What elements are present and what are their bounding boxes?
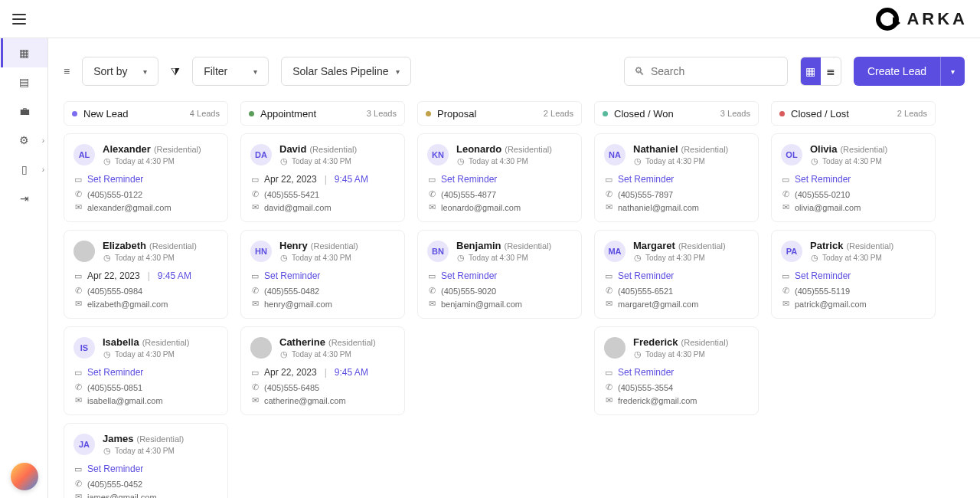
search-box[interactable]: 🔍︎ — [624, 57, 788, 86]
status-dot-icon — [72, 111, 77, 116]
set-reminder-link[interactable]: ▭Set Reminder — [74, 464, 218, 474]
lead-name: Olivia(Residential) — [810, 143, 926, 155]
phone-icon: ✆ — [250, 382, 260, 392]
create-lead-button[interactable]: Create Lead — [854, 57, 940, 86]
phone-icon: ✆ — [74, 382, 83, 392]
lead-avatar: AL — [74, 144, 95, 165]
reminder-set[interactable]: ▭Apr 22, 2023|9:45 AM — [250, 174, 395, 185]
set-reminder-link[interactable]: ▭Set Reminder — [74, 367, 218, 378]
set-reminder-link[interactable]: ▭Set Reminder — [604, 174, 749, 185]
lead-avatar — [74, 241, 95, 262]
lead-phone: ✆(405)555-6521 — [604, 286, 749, 296]
lead-name: James(Residential) — [103, 433, 218, 444]
mail-icon: ✉︎ — [74, 299, 83, 309]
set-reminder-link[interactable]: ▭Set Reminder — [604, 367, 749, 378]
lead-card[interactable]: PA Patrick(Residential) ◷Today at 4:30 P… — [771, 230, 936, 319]
lead-name: Margaret(Residential) — [633, 240, 749, 251]
set-reminder-link[interactable]: ▭Set Reminder — [604, 270, 749, 281]
clock-icon: ◷ — [279, 253, 289, 263]
lead-timestamp: ◷Today at 4:30 PM — [103, 349, 218, 359]
lead-card[interactable]: JA James(Residential) ◷Today at 4:30 PM … — [64, 423, 228, 498]
nav-grid[interactable]: ▤ — [1, 67, 47, 97]
lead-card[interactable]: KN Leonardo(Residential) ◷Today at 4:30 … — [417, 133, 582, 222]
reminder-set[interactable]: ▭Apr 22, 2023|9:45 AM — [74, 270, 218, 281]
sort-by-select[interactable]: Sort by ▾ — [82, 57, 158, 86]
chevron-down-icon: ▾ — [253, 67, 257, 76]
view-list-button[interactable]: ≣ — [821, 57, 841, 85]
lead-card[interactable]: HN Henry(Residential) ◷Today at 4:30 PM … — [240, 230, 405, 319]
calendar-icon: ▭ — [604, 175, 613, 185]
lead-card[interactable]: BN Benjamin(Residential) ◷Today at 4:30 … — [417, 230, 582, 319]
clock-icon: ◷ — [279, 349, 289, 359]
view-board-button[interactable]: ▦ — [801, 57, 821, 85]
lead-email: ✉︎david@gmail.com — [250, 202, 395, 212]
mail-icon: ✉︎ — [74, 202, 83, 212]
mail-icon: ✉︎ — [250, 395, 260, 405]
lead-timestamp: ◷Today at 4:30 PM — [279, 156, 395, 166]
menu-toggle[interactable] — [12, 14, 26, 25]
lead-card[interactable]: NA Nathaniel(Residential) ◷Today at 4:30… — [594, 133, 759, 222]
lead-card[interactable]: IS Isabella(Residential) ◷Today at 4:30 … — [64, 326, 228, 415]
lead-card[interactable]: Frederick(Residential) ◷Today at 4:30 PM… — [594, 326, 759, 415]
set-reminder-link[interactable]: ▭Set Reminder — [74, 174, 218, 185]
calendar-icon: ▭ — [74, 271, 83, 281]
mail-icon: ✉︎ — [427, 202, 436, 212]
lead-email: ✉︎patrick@gmail.com — [781, 299, 926, 309]
filter-select[interactable]: Filter ▾ — [192, 57, 269, 86]
set-reminder-link[interactable]: ▭Set Reminder — [781, 174, 926, 185]
lead-timestamp: ◷Today at 4:30 PM — [103, 156, 218, 166]
filter-icon[interactable]: ⧩ — [171, 65, 180, 78]
user-avatar[interactable] — [11, 463, 38, 490]
column-title: Closed / Won — [614, 108, 714, 120]
nav-dashboard[interactable]: ▦ — [1, 38, 47, 67]
lead-phone: ✆(405)555-0210 — [781, 189, 926, 199]
nav-settings[interactable]: ⚙︎› — [1, 126, 47, 155]
clock-icon: ◷ — [103, 253, 112, 263]
sort-icon[interactable]: ≡ — [64, 65, 70, 77]
lead-name: Patrick(Residential) — [810, 240, 926, 251]
lead-email: ✉︎james@gmail.com — [74, 492, 218, 498]
lead-avatar: KN — [427, 144, 449, 165]
lead-card[interactable]: Elizabeth(Residential) ◷Today at 4:30 PM… — [64, 230, 228, 319]
chevron-right-icon: › — [42, 165, 44, 174]
lead-name: Benjamin(Residential) — [456, 240, 572, 251]
lead-card[interactable]: Catherine(Residential) ◷Today at 4:30 PM… — [240, 326, 405, 415]
set-reminder-link[interactable]: ▭Set Reminder — [427, 174, 572, 185]
pipeline-select[interactable]: Solar Sales Pipeline ▾ — [281, 57, 411, 86]
lead-card[interactable]: AL Alexander(Residential) ◷Today at 4:30… — [64, 133, 228, 222]
logo-mark-icon — [876, 8, 899, 31]
gear-icon: ⚙︎ — [19, 134, 29, 146]
column-count: 4 Leads — [190, 109, 220, 118]
create-lead-more-button[interactable]: ▾ — [940, 57, 965, 86]
board-icon: ▦ — [805, 65, 815, 77]
calendar-icon: ▭ — [74, 175, 83, 185]
set-reminder-link[interactable]: ▭Set Reminder — [427, 270, 572, 281]
status-dot-icon — [603, 111, 608, 116]
lead-phone: ✆(405)555-3554 — [604, 382, 749, 392]
reminder-set[interactable]: ▭Apr 22, 2023|9:45 AM — [250, 367, 395, 378]
lead-card[interactable]: OL Olivia(Residential) ◷Today at 4:30 PM… — [771, 133, 936, 222]
nav-export[interactable]: ⇥ — [1, 184, 47, 213]
phone-icon: ✆ — [781, 286, 790, 296]
nav-documents[interactable]: ▯› — [1, 155, 47, 184]
lead-name: Leonardo(Residential) — [456, 143, 572, 155]
lead-card[interactable]: MA Margaret(Residential) ◷Today at 4:30 … — [594, 230, 759, 319]
export-icon: ⇥ — [20, 192, 29, 205]
lead-timestamp: ◷Today at 4:30 PM — [810, 156, 926, 166]
mail-icon: ✉︎ — [74, 492, 83, 498]
set-reminder-link[interactable]: ▭Set Reminder — [781, 270, 926, 281]
search-input[interactable] — [651, 65, 785, 77]
sidebar: ▦ ▤ 💼︎ ⚙︎› ▯› ⇥ — [0, 38, 48, 498]
lead-card[interactable]: DA David(Residential) ◷Today at 4:30 PM … — [240, 133, 405, 222]
status-dot-icon — [249, 111, 254, 116]
phone-icon: ✆ — [74, 189, 83, 199]
mail-icon: ✉︎ — [427, 299, 436, 309]
lead-phone: ✆(405)555-0851 — [74, 382, 218, 392]
lead-phone: ✆(405)555-0452 — [74, 479, 218, 489]
brand-text: ARKA — [906, 9, 968, 29]
nav-briefcase[interactable]: 💼︎ — [1, 97, 47, 126]
set-reminder-link[interactable]: ▭Set Reminder — [250, 270, 395, 281]
calendar-icon: ▭ — [427, 271, 436, 281]
lead-email: ✉︎isabella@gmail.com — [74, 395, 218, 405]
chevron-down-icon: ▾ — [143, 67, 147, 76]
